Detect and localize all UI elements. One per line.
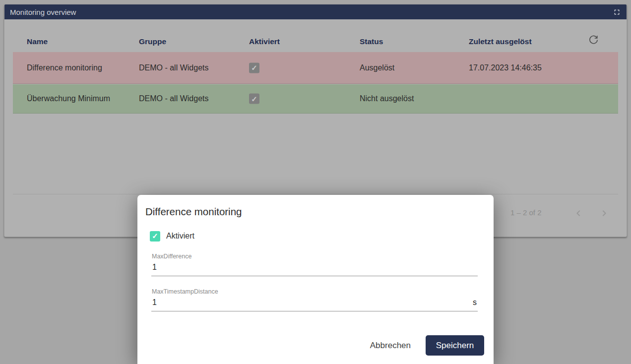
maxtimestampdistance-input[interactable] bbox=[151, 298, 473, 311]
panel-title: Monitoring overview bbox=[10, 8, 76, 16]
row-zuletzt: 17.07.2023 14:46:35 bbox=[469, 63, 542, 72]
maxtimestampdistance-field: s bbox=[151, 293, 478, 311]
row-aktiviert-checkbox: ✓ bbox=[249, 62, 259, 73]
aktiviert-checkbox[interactable]: ✓ bbox=[150, 231, 160, 242]
check-icon: ✓ bbox=[152, 232, 158, 241]
dialog-actions: Abbrechen Speichern bbox=[362, 335, 484, 356]
refresh-button[interactable] bbox=[586, 32, 601, 47]
panel-titlebar: Monitoring overview bbox=[4, 4, 627, 19]
table-row-ueberwachung-minimum[interactable]: Überwachung Minimum DEMO - all Widgets ✓… bbox=[13, 84, 618, 114]
pagination-prev-button[interactable] bbox=[572, 207, 585, 220]
row-status: Nicht ausgelöst bbox=[360, 94, 414, 103]
column-header-aktiviert: Aktiviert bbox=[249, 37, 280, 46]
row-aktiviert-checkbox: ✓ bbox=[249, 94, 259, 104]
column-header-status: Status bbox=[360, 37, 383, 46]
dialog-title: Difference monitoring bbox=[145, 206, 242, 218]
pagination-range-label: 1 – 2 of 2 bbox=[510, 208, 542, 217]
pagination-next-button[interactable] bbox=[598, 207, 611, 220]
save-button[interactable]: Speichern bbox=[426, 335, 484, 356]
aktiviert-checkbox-row[interactable]: ✓ Aktiviert bbox=[150, 231, 194, 242]
pagination-divider bbox=[13, 194, 618, 194]
fullscreen-icon bbox=[613, 8, 621, 16]
chevron-left-icon bbox=[572, 207, 584, 219]
check-icon: ✓ bbox=[251, 94, 257, 103]
check-icon: ✓ bbox=[251, 63, 257, 72]
maxdifference-input[interactable] bbox=[151, 263, 478, 276]
column-header-gruppe: Gruppe bbox=[139, 37, 166, 46]
column-header-name: Name bbox=[27, 37, 48, 46]
refresh-icon bbox=[588, 34, 599, 46]
row-name: Difference monitoring bbox=[27, 63, 102, 72]
row-gruppe: DEMO - all Widgets bbox=[139, 94, 208, 103]
table-row-difference-monitoring[interactable]: Difference monitoring DEMO - all Widgets… bbox=[13, 52, 618, 84]
chevron-right-icon bbox=[598, 207, 610, 219]
row-status: Ausgelöst bbox=[360, 63, 394, 72]
seconds-unit-suffix: s bbox=[473, 298, 478, 311]
row-name: Überwachung Minimum bbox=[27, 94, 110, 103]
aktiviert-checkbox-label: Aktiviert bbox=[166, 232, 194, 241]
column-header-zuletzt: Zuletzt ausgelöst bbox=[469, 37, 532, 46]
cancel-button[interactable]: Abbrechen bbox=[362, 337, 419, 355]
difference-monitoring-dialog: Difference monitoring ✓ Aktiviert MaxDif… bbox=[137, 195, 494, 364]
row-gruppe: DEMO - all Widgets bbox=[139, 63, 208, 72]
fullscreen-button[interactable] bbox=[612, 7, 622, 17]
maxdifference-field bbox=[151, 257, 478, 276]
